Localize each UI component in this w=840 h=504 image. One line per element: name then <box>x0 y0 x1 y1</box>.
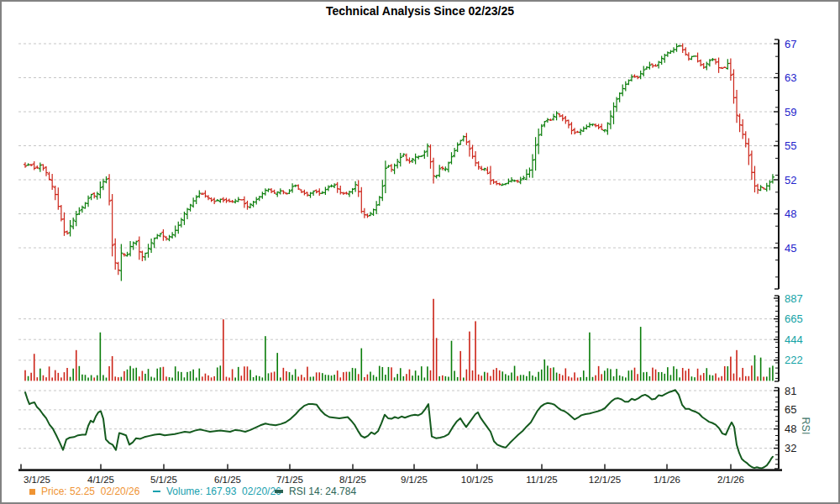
chart-canvas: 6763595552484588766544422281654832RSI3/1… <box>2 2 838 502</box>
rsi-axis-tick-label: 81 <box>785 385 796 397</box>
x-axis: 3/1/254/1/255/1/256/1/257/1/258/1/259/1/… <box>18 465 782 486</box>
volume-axis-tick-label: 887 <box>785 292 803 305</box>
date-label: 1/1/26 <box>654 475 680 485</box>
date-label: 2/1/26 <box>717 475 744 485</box>
price-axis: 67635955524845 <box>774 38 796 290</box>
price-axis-tick-label: 55 <box>785 139 796 152</box>
volume-axis-tick-label: 222 <box>785 354 803 366</box>
price-marker-icon <box>29 489 35 495</box>
legend-item-rsi: RSI 14: 24.784 <box>275 486 356 497</box>
price-axis-tick-label: 45 <box>785 242 796 255</box>
date-label: 5/1/25 <box>150 475 177 485</box>
date-label: 3/1/25 <box>24 475 50 485</box>
legend-volume-label: Volume: 167.93 02/20/26 <box>166 486 281 497</box>
price-axis-tick-label: 59 <box>785 106 796 118</box>
date-label: 7/1/25 <box>276 475 303 485</box>
volume-axis: 887665444222 <box>774 292 803 382</box>
legend-rsi-label: RSI 14: 24.784 <box>289 486 356 497</box>
rsi-axis-tick-label: 65 <box>785 403 796 416</box>
chart-frame: Technical Analysis Since 02/23/25 676359… <box>0 0 840 504</box>
gridlines <box>18 44 775 449</box>
rsi-marker-icon <box>275 490 283 493</box>
price-axis-tick-label: 48 <box>785 207 796 220</box>
legend-item-price: Price: 52.25 02/20/26 <box>29 486 139 497</box>
legend-price-label: Price: 52.25 02/20/26 <box>41 486 139 497</box>
price-axis-tick-label: 67 <box>785 38 796 50</box>
legend: Price: 52.25 02/20/26 Volume: 167.93 02/… <box>2 486 838 502</box>
volume-axis-tick-label: 444 <box>785 333 803 346</box>
price-panel <box>24 43 774 281</box>
price-axis-tick-label: 52 <box>785 174 796 186</box>
rsi-axis-tick-label: 48 <box>785 423 796 435</box>
date-label: 9/1/25 <box>401 475 428 485</box>
price-axis-tick-label: 63 <box>785 71 796 84</box>
volume-marker-icon <box>153 491 160 493</box>
date-label: 12/1/25 <box>589 475 621 485</box>
rsi-side-label: RSI <box>800 417 811 435</box>
date-label: 11/1/25 <box>526 475 558 485</box>
rsi-axis: 81654832 <box>774 385 796 470</box>
volume-axis-tick-label: 665 <box>785 312 803 325</box>
date-label: 6/1/25 <box>214 475 241 485</box>
legend-item-volume: Volume: 167.93 02/20/26 <box>153 486 281 497</box>
date-label: 8/1/25 <box>339 475 366 485</box>
rsi-axis-tick-label: 32 <box>785 442 796 454</box>
date-label: 4/1/25 <box>87 475 114 485</box>
date-label: 10/1/25 <box>461 475 493 485</box>
